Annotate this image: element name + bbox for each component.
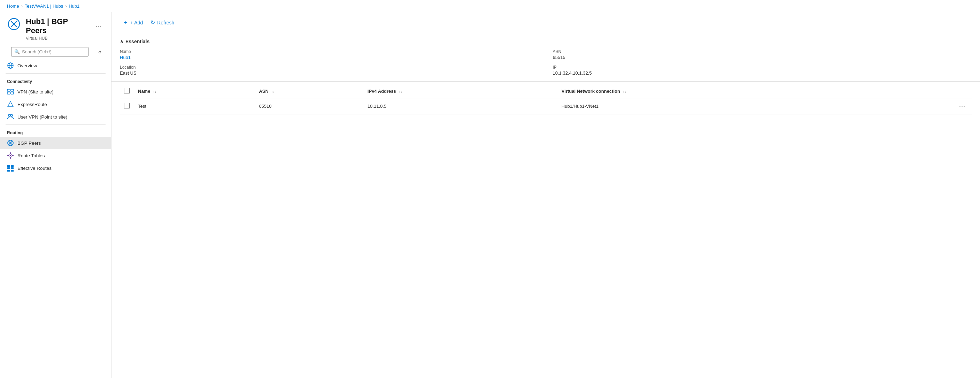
sidebar-item-expressroute[interactable]: ExpressRoute bbox=[0, 98, 111, 110]
essentials-ip-value: 10.1.32.4,10.1.32.5 bbox=[553, 70, 972, 76]
col-asn-sort-icon: ↑↓ bbox=[271, 90, 275, 94]
search-container: 🔍 bbox=[6, 44, 94, 59]
sidebar-item-effectiveroutes-label: Effective Routes bbox=[18, 166, 52, 171]
svg-point-12 bbox=[8, 114, 10, 116]
essentials-name: Name Hub1 bbox=[120, 49, 539, 60]
essentials-chevron-icon: ∧ bbox=[120, 39, 123, 44]
essentials-name-link[interactable]: Hub1 bbox=[120, 55, 130, 60]
svg-rect-26 bbox=[11, 167, 14, 169]
essentials-name-value: Hub1 bbox=[120, 55, 539, 60]
essentials-title: Essentials bbox=[126, 39, 150, 44]
essentials-asn-value: 65515 bbox=[553, 55, 972, 60]
svg-rect-8 bbox=[11, 89, 14, 91]
breadcrumb-testvwan[interactable]: TestVWAN1 | Hubs bbox=[25, 3, 64, 9]
table-container: Name ↑↓ ASN ↑↓ IPv4 Address ↑↓ Virtual bbox=[111, 85, 980, 123]
nav-divider-connectivity bbox=[6, 73, 105, 73]
sidebar-item-expressroute-label: ExpressRoute bbox=[18, 102, 47, 107]
table-col-asn[interactable]: ASN ↑↓ bbox=[255, 85, 363, 98]
sidebar-item-vpn-label: VPN (Site to site) bbox=[18, 89, 54, 94]
svg-rect-24 bbox=[11, 165, 14, 167]
col-name-sort-icon: ↑↓ bbox=[153, 90, 156, 94]
table-header-row: Name ↑↓ ASN ↑↓ IPv4 Address ↑↓ Virtual bbox=[120, 85, 972, 98]
svg-rect-9 bbox=[7, 92, 10, 94]
connectivity-section-label: Connectivity bbox=[0, 75, 111, 85]
add-button[interactable]: ＋ + Add bbox=[120, 17, 146, 28]
refresh-button[interactable]: ↻ Refresh bbox=[148, 18, 177, 27]
effectiveroutes-icon bbox=[7, 164, 14, 172]
uservpn-icon bbox=[7, 113, 14, 120]
svg-rect-27 bbox=[7, 170, 10, 172]
page-header-text: Hub1 | BGP Peers ··· Virtual HUB bbox=[26, 17, 104, 41]
row-name: Test bbox=[134, 98, 255, 114]
sidebar-item-routetables-label: Route Tables bbox=[18, 153, 45, 158]
essentials-asn-label: ASN bbox=[553, 49, 972, 54]
breadcrumb-sep-2: › bbox=[65, 4, 67, 9]
breadcrumb: Home › TestVWAN1 | Hubs › Hub1 bbox=[0, 0, 980, 12]
table-col-actions bbox=[887, 85, 972, 98]
svg-rect-25 bbox=[7, 167, 10, 169]
essentials-asn: ASN 65515 bbox=[553, 49, 972, 60]
refresh-label: Refresh bbox=[157, 20, 174, 26]
row-vnet: Hub1/Hub1-VNet1 bbox=[557, 98, 887, 114]
search-area: 🔍 « bbox=[0, 44, 111, 59]
essentials-ip-label: IP bbox=[553, 65, 972, 70]
page-subtitle: Virtual HUB bbox=[26, 36, 104, 41]
sidebar-item-routetables[interactable]: Route Tables bbox=[0, 149, 111, 162]
essentials-name-label: Name bbox=[120, 49, 539, 54]
row-more-button[interactable]: ··· bbox=[957, 102, 967, 110]
vpn-icon bbox=[7, 88, 14, 95]
row-actions-cell: ··· bbox=[887, 98, 972, 114]
col-ipv4-sort-icon: ↑↓ bbox=[399, 90, 402, 94]
row-checkbox-cell bbox=[120, 98, 134, 114]
sidebar-item-uservpn[interactable]: User VPN (Point to site) bbox=[0, 110, 111, 123]
essentials-location-label: Location bbox=[120, 65, 539, 70]
breadcrumb-sep-1: › bbox=[21, 4, 23, 9]
search-box[interactable]: 🔍 bbox=[11, 47, 89, 56]
collapse-sidebar-button[interactable]: « bbox=[97, 48, 103, 56]
breadcrumb-hub1[interactable]: Hub1 bbox=[68, 3, 80, 9]
table-col-name[interactable]: Name ↑↓ bbox=[134, 85, 255, 98]
col-vnet-sort-icon: ↑↓ bbox=[623, 90, 627, 94]
sidebar-collapse-area: « bbox=[94, 48, 105, 56]
expressroute-icon bbox=[7, 101, 14, 108]
essentials-grid: Name Hub1 ASN 65515 Location East US IP … bbox=[120, 49, 972, 76]
search-icon: 🔍 bbox=[14, 49, 20, 54]
svg-point-13 bbox=[10, 114, 13, 116]
overview-icon bbox=[7, 62, 14, 69]
sidebar-item-effectiveroutes[interactable]: Effective Routes bbox=[0, 162, 111, 174]
essentials-header[interactable]: ∧ Essentials bbox=[120, 39, 972, 44]
sidebar-item-bgppeers[interactable]: BGP Peers bbox=[0, 137, 111, 149]
svg-rect-28 bbox=[11, 170, 14, 172]
refresh-icon: ↻ bbox=[151, 19, 155, 26]
routing-section-label: Routing bbox=[0, 126, 111, 137]
col-name-label: Name bbox=[138, 89, 150, 94]
toolbar: ＋ + Add ↻ Refresh bbox=[111, 12, 980, 33]
sidebar-item-vpn[interactable]: VPN (Site to site) bbox=[0, 85, 111, 98]
row-ipv4: 10.11.0.5 bbox=[363, 98, 557, 114]
table-col-ipv4[interactable]: IPv4 Address ↑↓ bbox=[363, 85, 557, 98]
essentials-ip: IP 10.1.32.4,10.1.32.5 bbox=[553, 65, 972, 76]
page-title: Hub1 | BGP Peers ··· bbox=[26, 17, 104, 35]
table-row: Test 65510 10.11.0.5 Hub1/Hub1-VNet1 ··· bbox=[120, 98, 972, 114]
svg-rect-10 bbox=[11, 92, 14, 94]
svg-rect-23 bbox=[7, 165, 10, 167]
col-ipv4-label: IPv4 Address bbox=[368, 89, 396, 94]
svg-rect-7 bbox=[7, 89, 10, 91]
sidebar-item-overview[interactable]: Overview bbox=[0, 59, 111, 72]
hub-icon bbox=[7, 17, 21, 31]
svg-point-3 bbox=[13, 23, 15, 25]
bgp-peers-table: Name ↑↓ ASN ↑↓ IPv4 Address ↑↓ Virtual bbox=[120, 85, 972, 114]
add-label: + Add bbox=[130, 20, 143, 26]
content-area: ＋ + Add ↻ Refresh ∧ Essentials Name Hub1 bbox=[111, 12, 980, 378]
search-input[interactable] bbox=[22, 49, 85, 54]
sidebar-item-bgppeers-label: BGP Peers bbox=[18, 140, 41, 146]
add-icon: ＋ bbox=[123, 19, 128, 26]
svg-marker-11 bbox=[8, 102, 13, 107]
row-checkbox[interactable] bbox=[124, 103, 130, 108]
col-vnet-label: Virtual Network connection bbox=[562, 89, 620, 94]
page-more-button[interactable]: ··· bbox=[93, 21, 104, 31]
table-header-checkbox bbox=[120, 85, 134, 98]
breadcrumb-home[interactable]: Home bbox=[7, 3, 19, 9]
table-col-vnet[interactable]: Virtual Network connection ↑↓ bbox=[557, 85, 887, 98]
select-all-checkbox[interactable] bbox=[124, 88, 130, 94]
